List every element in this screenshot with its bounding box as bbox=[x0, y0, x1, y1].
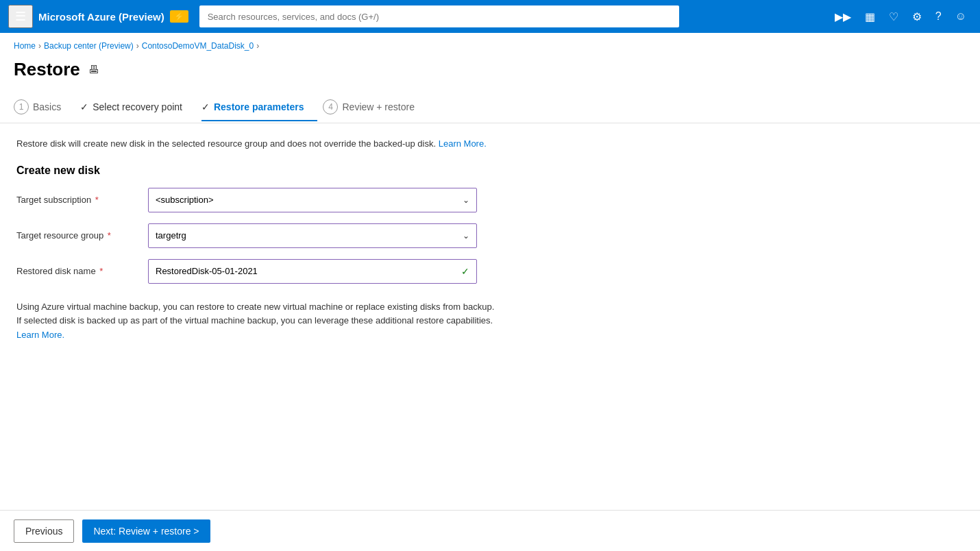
directory-icon[interactable]: ▦ bbox=[859, 6, 881, 27]
resource-group-arrow: ⌄ bbox=[463, 231, 469, 241]
step-basics[interactable]: 1 Basics bbox=[14, 91, 75, 123]
nav-icon-group: ▶▶ ▦ ♡ ⚙ ? ☺ bbox=[829, 6, 972, 27]
step-basics-num: 1 bbox=[14, 99, 29, 114]
page-header: Restore 🖶 bbox=[0, 53, 980, 91]
help-icon[interactable]: ? bbox=[930, 6, 947, 27]
section-title: Create new disk bbox=[16, 164, 964, 177]
breadcrumb-backup-center[interactable]: Backup center (Preview) bbox=[44, 41, 134, 51]
search-input[interactable] bbox=[199, 5, 679, 27]
subscription-arrow: ⌄ bbox=[463, 195, 469, 205]
resource-group-dropdown[interactable]: targetrg ⌄ bbox=[148, 223, 477, 248]
subscription-label: Target subscription * bbox=[16, 195, 140, 205]
search-container bbox=[199, 5, 679, 27]
disk-name-check: ✓ bbox=[461, 266, 469, 277]
page-title: Restore bbox=[14, 59, 80, 80]
resource-group-value: targetrg bbox=[156, 230, 186, 241]
disk-name-row: Restored disk name * RestoredDisk-05-01-… bbox=[16, 259, 964, 284]
step-recovery-label: Select recovery point bbox=[93, 101, 182, 112]
info-text-content: Restore disk will create new disk in the… bbox=[16, 138, 436, 149]
step-recovery[interactable]: ✓ Select recovery point bbox=[80, 93, 196, 121]
account-icon[interactable]: ☺ bbox=[950, 6, 972, 27]
breadcrumb-sep-2: › bbox=[136, 41, 139, 51]
disk-name-label: Restored disk name * bbox=[16, 266, 140, 276]
additional-info: Using Azure virtual machine backup, you … bbox=[16, 300, 496, 343]
hamburger-menu[interactable]: ☰ bbox=[8, 5, 33, 28]
step-review-label: Review + restore bbox=[342, 101, 414, 112]
additional-learn-more[interactable]: Learn More. bbox=[16, 330, 64, 340]
app-title: Microsoft Azure (Preview) bbox=[38, 11, 164, 23]
notifications-icon[interactable]: ♡ bbox=[883, 6, 904, 27]
main-container: Home › Backup center (Preview) › Contoso… bbox=[0, 33, 980, 510]
breadcrumb: Home › Backup center (Preview) › Contoso… bbox=[0, 33, 980, 53]
subscription-row: Target subscription * <subscription> ⌄ bbox=[16, 188, 964, 212]
top-navigation: ☰ Microsoft Azure (Preview) ⚡ ▶▶ ▦ ♡ ⚙ ?… bbox=[0, 0, 980, 33]
breadcrumb-sep-3: › bbox=[256, 41, 259, 51]
additional-text: Using Azure virtual machine backup, you … bbox=[16, 302, 494, 326]
print-icon[interactable]: 🖶 bbox=[88, 64, 99, 76]
step-basics-label: Basics bbox=[33, 101, 61, 112]
resource-group-label: Target resource group * bbox=[16, 230, 140, 241]
next-button[interactable]: Next: Review + restore > bbox=[82, 519, 210, 543]
step-recovery-check: ✓ bbox=[80, 101, 88, 112]
disk-name-required: * bbox=[99, 266, 103, 276]
step-parameters-check: ✓ bbox=[201, 101, 210, 112]
info-learn-more[interactable]: Learn More. bbox=[439, 138, 487, 149]
step-review[interactable]: 4 Review + restore bbox=[323, 91, 428, 123]
previous-button[interactable]: Previous bbox=[14, 519, 74, 543]
preview-badge: ⚡ bbox=[170, 10, 188, 23]
resource-group-required: * bbox=[108, 230, 111, 241]
breadcrumb-home[interactable]: Home bbox=[14, 41, 36, 51]
wizard-steps: 1 Basics ✓ Select recovery point ✓ Resto… bbox=[0, 91, 980, 123]
settings-icon[interactable]: ⚙ bbox=[907, 6, 927, 27]
disk-name-value: RestoredDisk-05-01-2021 bbox=[156, 266, 258, 276]
content-area: Restore disk will create new disk in the… bbox=[0, 123, 980, 510]
terminal-icon[interactable]: ▶▶ bbox=[829, 6, 857, 27]
step-review-num: 4 bbox=[323, 99, 338, 114]
resource-group-row: Target resource group * targetrg ⌄ bbox=[16, 223, 964, 248]
step-parameters[interactable]: ✓ Restore parameters bbox=[201, 93, 318, 121]
subscription-required: * bbox=[95, 195, 99, 205]
subscription-dropdown[interactable]: <subscription> ⌄ bbox=[148, 188, 477, 212]
disk-name-field[interactable]: RestoredDisk-05-01-2021 ✓ bbox=[148, 259, 477, 284]
footer: Previous Next: Review + restore > bbox=[0, 510, 980, 551]
step-parameters-label: Restore parameters bbox=[214, 101, 304, 112]
info-paragraph: Restore disk will create new disk in the… bbox=[16, 137, 964, 151]
breadcrumb-disk[interactable]: ContosoDemoVM_DataDisk_0 bbox=[142, 41, 254, 51]
subscription-value: <subscription> bbox=[156, 195, 214, 205]
breadcrumb-sep-1: › bbox=[38, 41, 41, 51]
